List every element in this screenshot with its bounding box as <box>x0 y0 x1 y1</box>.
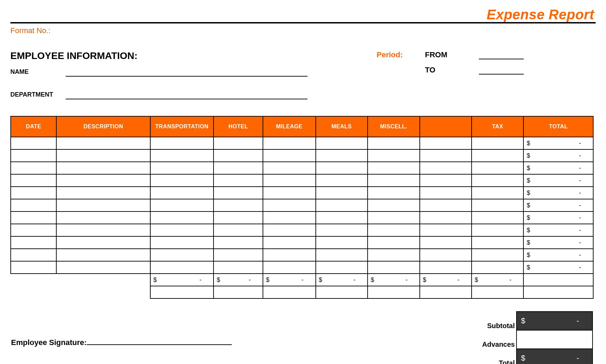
table-cell[interactable] <box>56 137 150 149</box>
table-cell[interactable] <box>316 199 368 211</box>
department-field-line[interactable] <box>66 99 307 99</box>
table-cell[interactable] <box>316 174 368 187</box>
table-cell[interactable] <box>214 261 263 274</box>
table-cell[interactable] <box>420 224 472 236</box>
table-cell[interactable] <box>420 187 472 199</box>
table-cell[interactable] <box>11 162 56 174</box>
table-cell[interactable] <box>420 149 472 162</box>
table-cell[interactable] <box>214 224 263 236</box>
table-cell[interactable] <box>472 261 523 274</box>
table-cell[interactable] <box>316 211 368 224</box>
table-cell[interactable] <box>11 261 56 274</box>
table-cell[interactable] <box>263 236 316 249</box>
table-cell[interactable] <box>214 249 263 261</box>
table-cell[interactable] <box>214 199 263 211</box>
table-cell[interactable] <box>150 187 214 199</box>
table-cell[interactable] <box>214 211 263 224</box>
table-cell[interactable] <box>368 149 420 162</box>
table-cell[interactable] <box>420 249 472 261</box>
table-cell[interactable] <box>472 162 523 174</box>
table-cell[interactable] <box>368 236 420 249</box>
table-cell[interactable] <box>11 174 56 187</box>
table-cell[interactable] <box>214 162 263 174</box>
table-cell[interactable] <box>316 187 368 199</box>
name-field-line[interactable] <box>66 76 307 77</box>
table-cell[interactable] <box>263 137 316 149</box>
table-cell[interactable] <box>420 236 472 249</box>
table-cell[interactable] <box>316 261 368 274</box>
table-cell[interactable] <box>263 162 316 174</box>
table-cell[interactable] <box>56 162 150 174</box>
table-cell[interactable] <box>368 137 420 149</box>
table-cell[interactable] <box>214 149 263 162</box>
table-cell[interactable] <box>214 137 263 149</box>
table-cell[interactable] <box>56 224 150 236</box>
table-cell[interactable] <box>263 261 316 274</box>
table-cell[interactable] <box>263 199 316 211</box>
table-cell[interactable] <box>150 224 214 236</box>
table-cell[interactable] <box>150 261 214 274</box>
table-cell[interactable] <box>11 211 56 224</box>
table-cell[interactable] <box>420 174 472 187</box>
table-cell[interactable] <box>150 149 214 162</box>
table-cell[interactable] <box>150 211 214 224</box>
table-cell[interactable] <box>316 162 368 174</box>
table-cell[interactable] <box>11 199 56 211</box>
table-cell[interactable] <box>263 211 316 224</box>
table-cell[interactable] <box>420 162 472 174</box>
table-cell[interactable] <box>56 187 150 199</box>
table-cell[interactable] <box>368 162 420 174</box>
table-cell[interactable] <box>368 224 420 236</box>
table-cell[interactable] <box>56 249 150 261</box>
table-cell[interactable] <box>56 174 150 187</box>
table-cell[interactable] <box>420 261 472 274</box>
table-cell[interactable] <box>56 211 150 224</box>
period-to-line[interactable] <box>479 74 524 75</box>
table-cell[interactable] <box>472 187 523 199</box>
table-cell[interactable] <box>150 236 214 249</box>
period-from-line[interactable] <box>479 59 524 59</box>
table-cell[interactable] <box>56 236 150 249</box>
table-cell[interactable] <box>472 137 523 149</box>
table-cell[interactable] <box>11 137 56 149</box>
table-cell[interactable] <box>316 149 368 162</box>
table-cell[interactable] <box>420 199 472 211</box>
table-cell[interactable] <box>11 249 56 261</box>
table-cell[interactable] <box>214 174 263 187</box>
table-cell[interactable] <box>472 174 523 187</box>
table-cell[interactable] <box>263 187 316 199</box>
table-cell[interactable] <box>11 236 56 249</box>
table-cell[interactable] <box>472 249 523 261</box>
table-cell[interactable] <box>263 224 316 236</box>
table-cell[interactable] <box>150 249 214 261</box>
employee-signature-line[interactable] <box>87 344 232 345</box>
table-cell[interactable] <box>150 174 214 187</box>
table-cell[interactable] <box>420 211 472 224</box>
table-cell[interactable] <box>368 174 420 187</box>
table-cell[interactable] <box>316 236 368 249</box>
table-cell[interactable] <box>150 162 214 174</box>
table-cell[interactable] <box>368 211 420 224</box>
table-cell[interactable] <box>472 224 523 236</box>
table-cell[interactable] <box>11 149 56 162</box>
table-cell[interactable] <box>368 261 420 274</box>
table-cell[interactable] <box>316 224 368 236</box>
table-cell[interactable] <box>263 249 316 261</box>
table-cell[interactable] <box>263 149 316 162</box>
table-cell[interactable] <box>11 187 56 199</box>
table-cell[interactable] <box>56 149 150 162</box>
table-cell[interactable] <box>368 249 420 261</box>
table-cell[interactable] <box>472 236 523 249</box>
table-cell[interactable] <box>214 236 263 249</box>
table-cell[interactable] <box>368 199 420 211</box>
table-cell[interactable] <box>11 224 56 236</box>
table-cell[interactable] <box>150 199 214 211</box>
table-cell[interactable] <box>472 149 523 162</box>
table-cell[interactable] <box>472 199 523 211</box>
table-cell[interactable] <box>56 261 150 274</box>
table-cell[interactable] <box>150 137 214 149</box>
table-cell[interactable] <box>472 211 523 224</box>
table-cell[interactable] <box>316 137 368 149</box>
table-cell[interactable] <box>263 174 316 187</box>
table-cell[interactable] <box>56 199 150 211</box>
